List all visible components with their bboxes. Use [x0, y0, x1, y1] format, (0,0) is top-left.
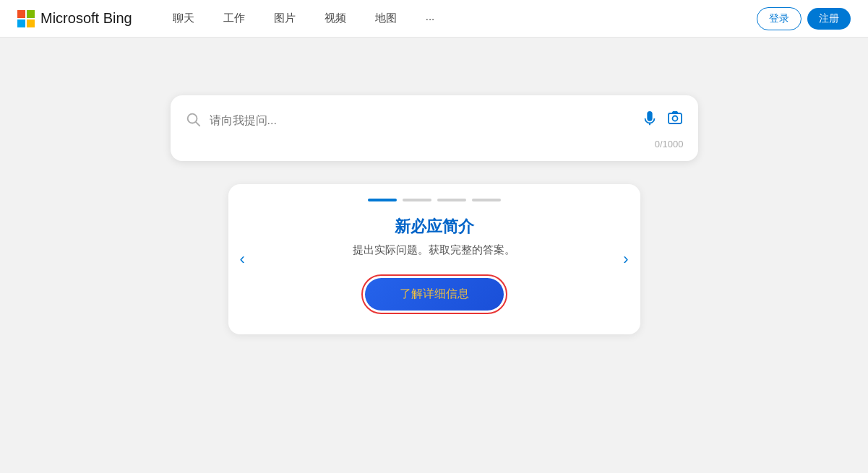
signup-button[interactable]: 注册: [807, 8, 851, 30]
camera-icon[interactable]: [666, 110, 684, 131]
search-box: 0/1000: [171, 95, 698, 161]
dot-3[interactable]: [437, 199, 466, 201]
card-title: 新必应简介: [275, 216, 594, 238]
microsoft-logo: [17, 10, 35, 27]
search-input[interactable]: [210, 114, 633, 127]
svg-rect-2: [669, 113, 682, 123]
search-icon: [185, 111, 201, 131]
nav-maps[interactable]: 地图: [364, 6, 408, 31]
carousel-dots: [246, 199, 623, 201]
card-subtitle: 提出实际问题。获取完整的答案。: [275, 243, 594, 257]
carousel-prev-button[interactable]: ‹: [234, 244, 251, 274]
microphone-icon[interactable]: [642, 110, 658, 131]
nav-video[interactable]: 视频: [313, 6, 358, 31]
main-nav: 聊天 工作 图片 视频 地图 ···: [161, 6, 757, 31]
svg-line-1: [196, 122, 199, 126]
info-card: ‹ › 新必应简介 提出实际问题。获取完整的答案。 了解详细信息: [228, 184, 640, 334]
nav-chat[interactable]: 聊天: [161, 6, 206, 31]
logo-area: Microsoft Bing: [17, 10, 132, 27]
search-counter: 0/1000: [185, 139, 684, 149]
brand-name: Microsoft Bing: [40, 10, 132, 27]
dot-1[interactable]: [368, 199, 397, 201]
carousel-next-button[interactable]: ›: [617, 244, 634, 274]
signin-button[interactable]: 登录: [757, 7, 802, 30]
header: Microsoft Bing 聊天 工作 图片 视频 地图 ··· 登录 注册: [0, 0, 868, 38]
dot-4[interactable]: [472, 199, 501, 201]
dot-2[interactable]: [403, 199, 431, 201]
main-content: 0/1000 ‹ › 新必应简介 提出实际问题。获取完整的答案。 了解详细信息: [0, 38, 868, 473]
nav-images[interactable]: 图片: [262, 6, 307, 31]
card-button-wrapper: 了解详细信息: [361, 274, 507, 314]
search-input-row: [185, 110, 684, 131]
nav-more[interactable]: ···: [414, 6, 447, 30]
card-content: 新必应简介 提出实际问题。获取完整的答案。 了解详细信息: [246, 216, 623, 314]
nav-work[interactable]: 工作: [212, 6, 257, 31]
header-actions: 登录 注册: [757, 7, 851, 30]
learn-more-button[interactable]: 了解详细信息: [365, 278, 504, 311]
svg-point-3: [672, 116, 677, 121]
